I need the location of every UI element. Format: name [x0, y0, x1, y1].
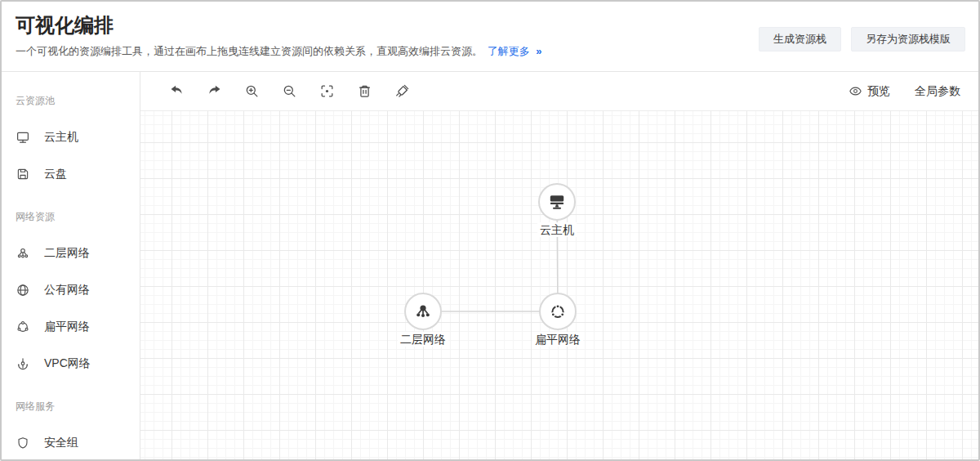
monitor-icon — [16, 130, 30, 145]
learn-more-link[interactable]: 了解更多 » — [488, 45, 541, 57]
canvas-node-vm-node[interactable]: 云主机 — [538, 183, 576, 237]
zoom-out-button[interactable] — [270, 72, 308, 111]
node-circle[interactable] — [538, 183, 576, 221]
disk-icon — [16, 167, 30, 181]
vpc-network-icon — [16, 356, 30, 371]
node-label: 二层网络 — [398, 332, 448, 347]
orchestration-canvas[interactable]: 云主机二层网络扁平网络 — [140, 111, 978, 459]
sidebar-item-label: 公有网络 — [44, 283, 90, 298]
l2-network-node-icon — [413, 302, 433, 321]
canvas-column: 预览 全局参数 云主机二层网络扁平网络 — [140, 72, 978, 459]
redo-icon — [207, 83, 222, 99]
zoom-out-icon — [282, 83, 297, 99]
sidebar-item-label: VPC网络 — [44, 356, 91, 371]
broom-icon — [394, 83, 410, 99]
undo-button[interactable] — [158, 72, 195, 111]
trash-icon — [357, 83, 372, 99]
preview-button[interactable]: 预览 — [849, 84, 890, 99]
sidebar-item-label: 安全组 — [44, 436, 78, 450]
sidebar-item-public-network[interactable]: 公有网络 — [16, 271, 140, 308]
redo-button[interactable] — [195, 72, 233, 111]
sidebar-category-label: 网络服务 — [16, 400, 140, 414]
page-header: 可视化编排 一个可视化的资源编排工具，通过在画布上拖曳连线建立资源间的依赖关系，… — [2, 2, 978, 72]
canvas-node-l2-node[interactable]: 二层网络 — [404, 293, 442, 347]
sidebar-item-label: 云盘 — [44, 167, 67, 181]
flat-network-icon — [16, 320, 30, 334]
sidebar-item-label: 扁平网络 — [44, 320, 90, 334]
eye-icon — [849, 84, 862, 98]
sidebar-item-l2-network[interactable]: 二层网络 — [16, 235, 140, 271]
zoom-in-button[interactable] — [233, 72, 270, 111]
l2-network-icon — [16, 246, 30, 261]
shield-icon — [16, 436, 30, 450]
save-as-template-button[interactable]: 另存为资源栈模版 — [851, 27, 965, 51]
node-circle[interactable] — [539, 293, 577, 330]
toolbar-tools — [158, 72, 421, 111]
sidebar-category-label: 云资源池 — [16, 94, 140, 108]
double-chevron-icon[interactable]: » — [536, 45, 541, 57]
sidebar-section: 网络资源二层网络公有网络扁平网络VPC网络 — [16, 210, 140, 382]
flat-network-node-icon — [548, 302, 568, 321]
sidebar-item-security-group[interactable]: 安全组 — [16, 424, 140, 459]
clear-button[interactable] — [383, 72, 421, 111]
header-actions: 生成资源栈另存为资源栈模版 — [759, 27, 965, 51]
description-text: 一个可视化的资源编排工具，通过在画布上拖曳连线建立资源间的依赖关系，直观高效编排… — [16, 45, 483, 57]
canvas-node-flat-node[interactable]: 扁平网络 — [539, 293, 577, 347]
generate-stack-button[interactable]: 生成资源栈 — [759, 27, 841, 51]
globe-icon — [16, 283, 30, 298]
sidebar-item-cloud-disk[interactable]: 云盘 — [16, 155, 140, 192]
sidebar-category-label: 网络资源 — [16, 210, 140, 224]
node-label: 扁平网络 — [532, 332, 583, 347]
sidebar-item-vpc-network[interactable]: VPC网络 — [16, 345, 140, 382]
edge-layer — [140, 111, 978, 459]
sidebar-item-label: 云主机 — [44, 130, 78, 145]
fit-view-button[interactable] — [308, 72, 345, 111]
learn-more-label[interactable]: 了解更多 — [488, 45, 530, 57]
sidebar-section: 网络服务安全组 — [16, 400, 140, 459]
sidebar-item-cloud-host[interactable]: 云主机 — [16, 119, 140, 155]
delete-button[interactable] — [345, 72, 383, 111]
visual-orchestration-page: 可视化编排 一个可视化的资源编排工具，通过在画布上拖曳连线建立资源间的依赖关系，… — [0, 0, 980, 461]
cloud-host-node-icon — [547, 192, 567, 212]
main-area: 云资源池云主机云盘网络资源二层网络公有网络扁平网络VPC网络网络服务安全组 预览… — [2, 72, 978, 459]
resource-sidebar: 云资源池云主机云盘网络资源二层网络公有网络扁平网络VPC网络网络服务安全组 — [2, 72, 140, 459]
toolbar-right: 预览 全局参数 — [849, 84, 960, 99]
global-params-button[interactable]: 全局参数 — [915, 84, 960, 99]
fit-view-icon — [319, 83, 335, 99]
sidebar-item-flat-network[interactable]: 扁平网络 — [16, 308, 140, 345]
node-circle[interactable] — [404, 293, 442, 330]
sidebar-section: 云资源池云主机云盘 — [16, 94, 140, 192]
preview-label[interactable]: 预览 — [867, 84, 890, 99]
canvas-toolbar: 预览 全局参数 — [140, 72, 978, 111]
sidebar-item-label: 二层网络 — [44, 246, 90, 261]
node-label: 云主机 — [537, 222, 577, 237]
undo-icon — [169, 83, 185, 99]
zoom-in-icon — [244, 83, 260, 99]
